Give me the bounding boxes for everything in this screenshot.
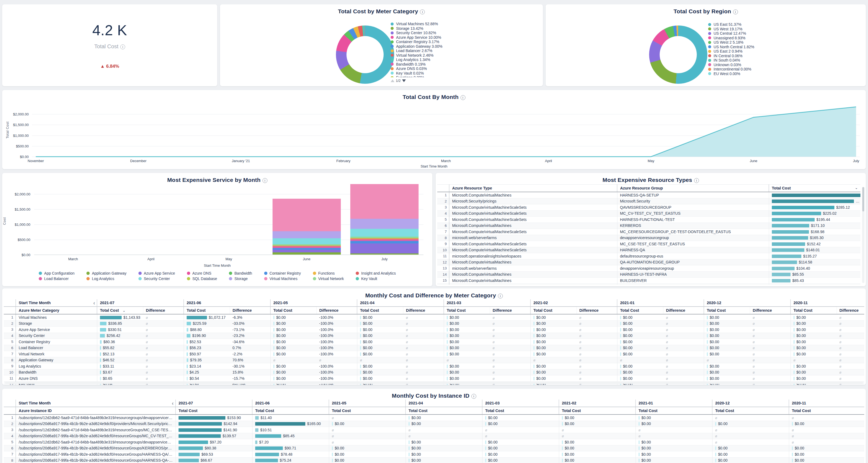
legend-item[interactable]: Load Balancer 2.67% bbox=[391, 49, 442, 53]
difference-header[interactable]: Difference bbox=[837, 307, 864, 314]
difference-header[interactable]: Difference bbox=[403, 307, 444, 314]
info-icon[interactable]: i bbox=[733, 9, 738, 15]
month-header[interactable]: 2021-07 bbox=[176, 400, 252, 407]
meter-category-donut[interactable] bbox=[336, 26, 394, 84]
total-cost-header[interactable]: Total Cost bbox=[790, 307, 837, 314]
page-up-icon[interactable] bbox=[391, 80, 395, 82]
total-cost-header[interactable]: Total Cost bbox=[636, 407, 712, 414]
page-down-icon[interactable] bbox=[402, 80, 406, 82]
table-row[interactable]: 16 microsoft.web/serverfarms docexample-… bbox=[437, 284, 860, 285]
legend-item[interactable]: Virtual Machines bbox=[264, 276, 301, 281]
info-icon[interactable]: i bbox=[262, 178, 268, 183]
table-row[interactable]: 7 Microsoft.Compute/virtualMachineScaleS… bbox=[437, 229, 860, 235]
region-donut[interactable] bbox=[649, 26, 707, 84]
month-header[interactable]: 2021-02 bbox=[559, 400, 636, 407]
table-row[interactable]: 9 Microsoft.Compute/virtualMachineScaleS… bbox=[437, 241, 860, 247]
stacked-bar-chart[interactable]: $2,000.00$1,500.00$1,000.00$500.00$0.00 bbox=[34, 183, 424, 255]
stacked-bar[interactable] bbox=[350, 184, 418, 255]
table-row[interactable]: 9Log Analytics$33.11ø$23.14-30.1%$0.00-1… bbox=[4, 363, 864, 370]
legend-item[interactable]: Bandwidth bbox=[229, 270, 252, 276]
table-row[interactable]: 3/subscriptions/12d2db62-5aa9-471d-84bb-… bbox=[4, 427, 864, 433]
table-row[interactable]: 8Application Gateway$46.52ø$79.3570.6%øø… bbox=[4, 357, 864, 363]
table-row[interactable]: 6/subscriptions/20d6a917-99fa-4b1b-9b2e-… bbox=[4, 445, 864, 451]
legend-item[interactable]: Security Center 10.82% bbox=[391, 31, 442, 35]
difference-header[interactable]: Difference bbox=[577, 307, 617, 314]
difference-header[interactable]: Difference bbox=[663, 307, 704, 314]
legend-item[interactable]: App Configuration bbox=[39, 270, 74, 276]
month-header[interactable]: 2020-12 bbox=[704, 299, 790, 307]
col-header[interactable]: Azure Meter Category bbox=[16, 307, 97, 314]
table-row[interactable]: 2 Microsoft.Security/pricings Microsoft.… bbox=[437, 198, 860, 204]
table-row[interactable]: 6 Microsoft.Compute/virtualMachines KERB… bbox=[437, 223, 860, 229]
table-row[interactable]: 4Security Center$256.42ø$196.90-23.2%$0.… bbox=[4, 332, 864, 339]
col-header-resource-type[interactable]: Azure Resource Type bbox=[449, 184, 617, 192]
month-header[interactable]: 2020-11 bbox=[789, 400, 864, 407]
month-header[interactable]: 2021-05 bbox=[329, 400, 406, 407]
legend-item[interactable]: Storage 13.42% bbox=[391, 26, 442, 31]
month-header[interactable]: 2021-06 bbox=[184, 299, 270, 307]
total-cost-header[interactable]: Total Cost bbox=[444, 307, 490, 314]
legend-item[interactable]: US Central 12.47% bbox=[708, 31, 754, 36]
table-row[interactable]: 2Storage$336.85ø$225.59-33.0%$0.00-100.0… bbox=[4, 320, 864, 327]
legend-item[interactable]: IN Central 0.06% bbox=[708, 54, 754, 58]
difference-header[interactable]: Difference bbox=[750, 307, 790, 314]
legend-item[interactable]: Azure DNS bbox=[187, 270, 217, 276]
total-cost-header[interactable]: Total Cost bbox=[704, 307, 750, 314]
total-cost-header[interactable]: Total Cost bbox=[329, 407, 406, 414]
info-icon[interactable]: i bbox=[471, 394, 476, 399]
difference-header[interactable]: Difference bbox=[490, 307, 530, 314]
legend-item[interactable]: Azure DNS 0.03% bbox=[391, 66, 442, 71]
stacked-bar[interactable] bbox=[273, 199, 341, 255]
table-row[interactable]: 14 Microsoft.Compute/virtualMachines HAR… bbox=[437, 271, 860, 278]
info-icon[interactable]: i bbox=[120, 45, 125, 49]
total-cost-header[interactable]: Total Cost bbox=[184, 307, 230, 314]
legend-item[interactable]: Key Vault 0.02% bbox=[391, 71, 442, 76]
col-header-resource-group[interactable]: Azure Resource Group bbox=[617, 184, 769, 192]
legend-item[interactable]: Bandwidth 0.19% bbox=[391, 62, 442, 67]
table-row[interactable]: 6Load Balancer$55.82ø$56.230.7%$0.00-100… bbox=[4, 345, 864, 351]
legend-item[interactable]: Virtual Machines 52.88% bbox=[391, 22, 442, 26]
col-header-total-cost[interactable]: Total Cost⌄ bbox=[769, 184, 860, 192]
table-row[interactable]: 3 Microsoft.Compute/virtualMachineScaleS… bbox=[437, 204, 860, 211]
legend-item[interactable]: Insight and Analytics bbox=[356, 270, 396, 276]
total-cost-header[interactable]: Total Cost bbox=[482, 407, 559, 414]
month-header[interactable]: 2021-01 bbox=[636, 400, 712, 407]
info-icon[interactable]: i bbox=[694, 178, 699, 183]
table-row[interactable]: 12 Microsoft.Compute/virtualMachines QA-… bbox=[437, 259, 860, 265]
info-icon[interactable]: i bbox=[461, 95, 465, 100]
table-row[interactable]: 11 microsoft.operationalinsights/workspa… bbox=[437, 253, 860, 259]
total-cost-header[interactable]: Total Cost bbox=[406, 407, 482, 414]
legend-item[interactable]: Storage bbox=[229, 276, 252, 281]
legend-item[interactable]: Unknown 0.03% bbox=[708, 63, 754, 67]
month-header[interactable]: 2021-02 bbox=[530, 299, 617, 307]
total-cost-header[interactable]: Total Cost bbox=[176, 407, 252, 414]
month-header[interactable]: 2021-04 bbox=[357, 299, 444, 307]
legend-item[interactable]: EU West 0.00% bbox=[708, 71, 754, 76]
horizontal-scrollbar[interactable] bbox=[5, 382, 863, 384]
legend-item[interactable]: Virtual Network 2.46% bbox=[391, 53, 442, 58]
chevron-left-icon[interactable]: ‹ bbox=[172, 400, 174, 406]
month-header[interactable]: 2021-05 bbox=[270, 299, 357, 307]
table-row[interactable]: 10 Microsoft.Compute/virtualMachineScale… bbox=[437, 247, 860, 253]
legend-item[interactable]: Container Registry bbox=[264, 270, 301, 276]
difference-header[interactable]: Difference bbox=[316, 307, 357, 314]
table-row[interactable]: 7/subscriptions/20d6a917-99fa-4b1b-9b2e-… bbox=[4, 451, 864, 458]
legend-item[interactable]: Unassigned 8.93% bbox=[708, 36, 754, 40]
legend-item[interactable]: Security Center bbox=[138, 276, 175, 281]
table-row[interactable]: 15 Microsoft.Compute/virtualMachines BUI… bbox=[437, 278, 860, 284]
legend-item[interactable]: Virtual Network bbox=[313, 276, 344, 281]
table-row[interactable]: 10Bandwidth$3.67ø$4.2515.8%$0.00-100.0%$… bbox=[4, 369, 864, 375]
chevron-left-icon[interactable]: ‹ bbox=[93, 300, 95, 306]
total-cost-header[interactable]: Total Cost⌄ bbox=[97, 307, 143, 314]
col-header[interactable]: Azure Instance ID bbox=[16, 407, 176, 414]
table-row[interactable]: 1Virtual Machines$1,143.93ø$1,072.17-6.3… bbox=[4, 314, 864, 320]
month-header[interactable]: 2021-06 bbox=[252, 400, 329, 407]
legend-item[interactable]: Azure App Service 10.00% bbox=[391, 35, 442, 40]
table-row[interactable]: 13 microsoft.web/serverfarms devappservi… bbox=[437, 265, 860, 271]
month-header[interactable]: 2021-04 bbox=[406, 400, 482, 407]
month-header[interactable]: 2020-11 bbox=[790, 299, 864, 307]
legend-item[interactable]: Log Analytics 1.34% bbox=[391, 57, 442, 62]
total-cost-header[interactable]: Total Cost bbox=[357, 307, 403, 314]
total-cost-header[interactable]: Total Cost bbox=[270, 307, 316, 314]
table-row[interactable]: 1 Microsoft.Compute/virtualMachines HARN… bbox=[437, 192, 860, 198]
